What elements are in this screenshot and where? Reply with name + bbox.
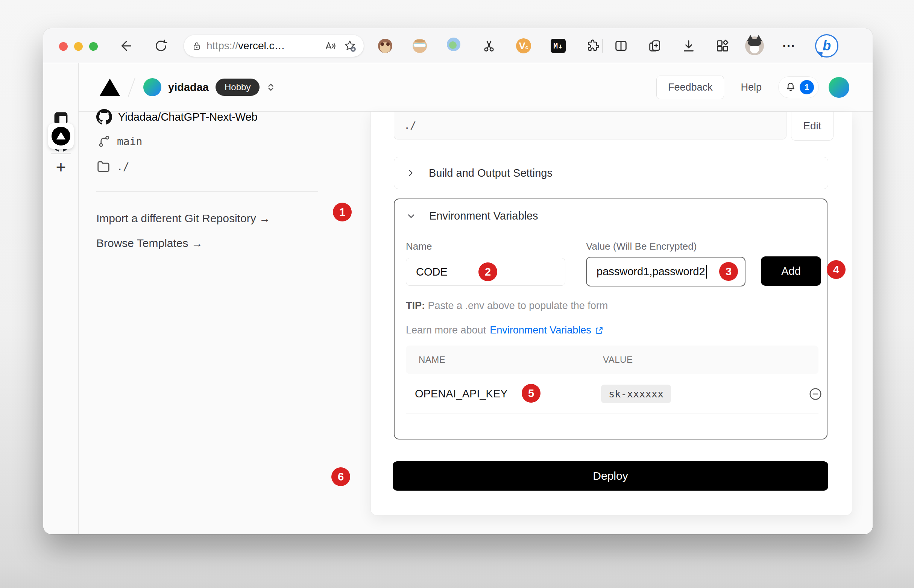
split-screen-icon[interactable] bbox=[613, 38, 629, 53]
browser-profile-avatar[interactable] bbox=[745, 37, 764, 55]
address-bar[interactable]: https://vercel.c… bbox=[184, 35, 364, 57]
collections-add-icon[interactable] bbox=[647, 38, 662, 53]
sync-badge-extension-icon[interactable]: 3 bbox=[447, 37, 462, 55]
sidebar-add-button[interactable]: + bbox=[43, 158, 79, 176]
notifications-button[interactable]: 1 bbox=[778, 76, 819, 98]
extension-bar: 3 Vc M↓ bbox=[378, 37, 600, 55]
annotation-badge-3: 3 bbox=[719, 262, 738, 281]
chevron-right-icon bbox=[406, 168, 416, 178]
close-window-button[interactable] bbox=[59, 42, 68, 51]
vimium-extension-icon[interactable]: Vc bbox=[516, 37, 531, 55]
tampermonkey-extension-icon[interactable] bbox=[378, 37, 393, 55]
import-project-card: ./ Edit Build and Output Settings Enviro… bbox=[370, 111, 852, 515]
env-row-value-chip: sk-xxxxxx bbox=[601, 384, 671, 403]
workspaces-grid-icon[interactable] bbox=[715, 38, 730, 53]
env-table-row: OPENAI_API_KEY sk-xxxxxx bbox=[406, 374, 819, 414]
maximize-window-button[interactable] bbox=[89, 42, 98, 51]
url-text: https://vercel.c… bbox=[207, 40, 285, 52]
root-dir-label: ./ bbox=[116, 160, 129, 173]
environment-variables-title: Environment Variables bbox=[429, 210, 538, 222]
help-link[interactable]: Help bbox=[741, 82, 762, 93]
vercel-triangle-logo[interactable] bbox=[100, 79, 120, 96]
markdown-extension-icon[interactable]: M↓ bbox=[551, 37, 566, 55]
vercel-logo-icon bbox=[52, 127, 70, 145]
add-env-var-button[interactable]: Add bbox=[761, 257, 821, 286]
repo-name: Yidadaa/ChatGPT-Next-Web bbox=[118, 111, 258, 123]
env-learn-more: Learn more about Environment Variables bbox=[406, 325, 604, 336]
env-name-value: CODE bbox=[416, 266, 448, 278]
edge-sidebar: + bbox=[43, 63, 79, 534]
root-dir-row: ./ bbox=[96, 159, 129, 174]
read-aloud-icon[interactable] bbox=[325, 40, 336, 52]
vercel-header: yidadaa Hobby Feedback Help 1 bbox=[79, 63, 873, 111]
refresh-icon bbox=[154, 39, 168, 53]
bell-icon bbox=[785, 81, 797, 93]
env-value-text: password1,password2 bbox=[597, 265, 705, 278]
annotation-badge-1: 1 bbox=[333, 203, 352, 221]
branch-name: main bbox=[117, 135, 142, 148]
page-content: yidadaa Hobby Feedback Help 1 Yidadaa/Ch… bbox=[79, 63, 873, 534]
env-table-header-value: VALUE bbox=[603, 355, 633, 365]
environment-variables-link[interactable]: Environment Variables bbox=[490, 325, 604, 336]
import-different-repo-link[interactable]: Import a different Git Repository → bbox=[96, 212, 270, 225]
url-host: vercel.c… bbox=[238, 40, 285, 52]
learn-more-prefix: Learn more about bbox=[406, 325, 486, 336]
feedback-button[interactable]: Feedback bbox=[656, 76, 725, 99]
refresh-button[interactable] bbox=[152, 37, 170, 55]
folder-icon bbox=[96, 159, 111, 174]
annotation-badge-6: 6 bbox=[332, 467, 350, 486]
team-name[interactable]: yidadaa bbox=[168, 81, 209, 94]
text-caret bbox=[706, 265, 707, 279]
build-output-settings-title: Build and Output Settings bbox=[429, 167, 553, 179]
browser-menu-button[interactable]: ••• bbox=[780, 37, 799, 55]
chevron-up-down-icon bbox=[265, 81, 277, 93]
bing-chat-icon[interactable]: b bbox=[815, 34, 838, 58]
back-arrow-icon bbox=[119, 38, 134, 53]
notification-count-badge: 1 bbox=[800, 80, 814, 94]
favorite-star-icon[interactable] bbox=[343, 39, 356, 52]
lock-icon bbox=[191, 40, 202, 51]
env-table-header: NAME VALUE bbox=[406, 346, 819, 374]
minus-circle-icon bbox=[808, 387, 823, 401]
scissors-extension-icon[interactable] bbox=[482, 37, 497, 55]
env-tip-text: TIP: Paste a .env above to populate the … bbox=[406, 300, 608, 312]
annotation-badge-2: 2 bbox=[479, 262, 497, 281]
env-name-label: Name bbox=[406, 241, 432, 252]
left-divider bbox=[96, 191, 318, 192]
branch-row: main bbox=[97, 135, 142, 148]
build-output-settings-accordion[interactable]: Build and Output Settings bbox=[394, 157, 828, 189]
env-table-header-name: NAME bbox=[419, 355, 445, 365]
environment-variables-accordion[interactable]: Environment Variables bbox=[406, 210, 538, 222]
remove-env-var-button[interactable] bbox=[808, 387, 823, 401]
plan-badge: Hobby bbox=[215, 79, 259, 96]
edit-root-directory-button[interactable]: Edit bbox=[791, 111, 833, 141]
back-button[interactable] bbox=[118, 37, 135, 55]
minimize-window-button[interactable] bbox=[74, 42, 83, 51]
user-avatar[interactable] bbox=[828, 77, 849, 98]
persona-extension-icon[interactable] bbox=[412, 37, 427, 55]
env-row-name: OPENAI_API_KEY bbox=[415, 388, 508, 400]
team-switcher-button[interactable] bbox=[265, 81, 277, 93]
desktop-background: https://vercel.c… 3 bbox=[0, 0, 914, 588]
deploy-button[interactable]: Deploy bbox=[393, 461, 828, 491]
git-branch-icon bbox=[97, 135, 111, 148]
toolbar-divider bbox=[602, 39, 603, 53]
repo-row: Yidadaa/ChatGPT-Next-Web bbox=[96, 109, 258, 125]
url-scheme: https:// bbox=[207, 40, 238, 52]
annotation-badge-5: 5 bbox=[522, 384, 540, 403]
browser-toolbar: https://vercel.c… 3 bbox=[43, 28, 873, 63]
annotation-badge-4: 4 bbox=[827, 260, 846, 279]
env-value-label: Value (Will Be Encrypted) bbox=[586, 241, 697, 252]
team-avatar[interactable] bbox=[143, 78, 161, 96]
sidebar-divider bbox=[51, 153, 71, 154]
browse-templates-link[interactable]: Browse Templates → bbox=[96, 237, 203, 250]
external-link-icon bbox=[594, 326, 604, 335]
downloads-icon[interactable] bbox=[681, 38, 696, 53]
breadcrumb-slash bbox=[128, 78, 136, 97]
vercel-sidebar-tab-active[interactable] bbox=[48, 123, 74, 149]
browser-action-icons bbox=[613, 37, 730, 55]
root-directory-input[interactable]: ./ bbox=[394, 111, 786, 139]
chevron-down-icon bbox=[406, 211, 416, 221]
browser-window: https://vercel.c… 3 bbox=[43, 28, 873, 534]
extensions-puzzle-icon[interactable] bbox=[585, 37, 600, 55]
